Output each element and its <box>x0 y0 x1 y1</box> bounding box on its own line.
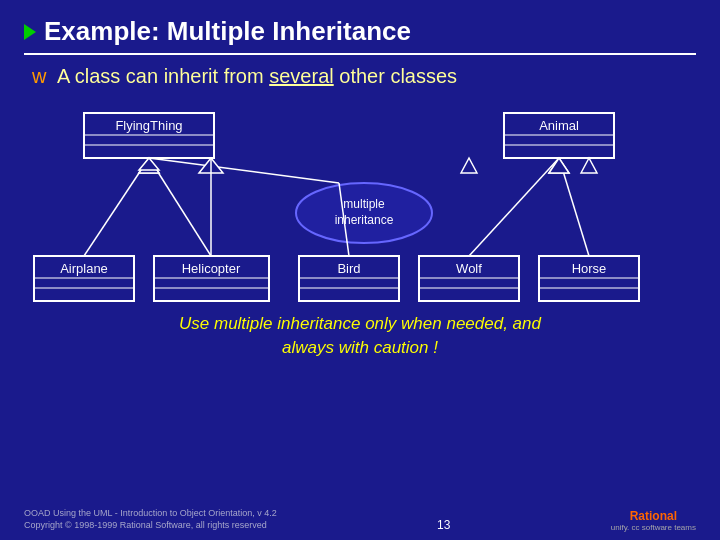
subtitle-text-after: other classes <box>334 65 457 87</box>
copyright-text: OOAD Using the UML - Introduction to Obj… <box>24 507 277 532</box>
bottom-bar: OOAD Using the UML - Introduction to Obj… <box>0 507 720 532</box>
svg-marker-45 <box>461 158 477 173</box>
svg-marker-36 <box>139 158 159 170</box>
subtitle-underlined: several <box>269 65 333 87</box>
subtitle: w A class can inherit from several other… <box>24 65 696 88</box>
svg-text:Wolf: Wolf <box>456 261 482 276</box>
bullet-icon: w <box>32 65 46 87</box>
svg-line-38 <box>469 158 559 256</box>
svg-marker-47 <box>581 158 597 173</box>
logo-brand: Rational <box>630 509 677 523</box>
subtitle-text-before: A class can inherit from <box>57 65 269 87</box>
svg-text:Helicopter: Helicopter <box>182 261 241 276</box>
copyright-line2: Copyright © 1998-1999 Rational Software,… <box>24 519 277 532</box>
footer-line1: Use multiple inheritance only when neede… <box>24 312 696 336</box>
title-arrow-icon <box>24 24 36 40</box>
page-number: 13 <box>437 518 450 532</box>
svg-text:Bird: Bird <box>337 261 360 276</box>
slide-title: Example: Multiple Inheritance <box>44 16 411 47</box>
copyright-line1: OOAD Using the UML - Introduction to Obj… <box>24 507 277 520</box>
inheritance-diagram: FlyingThing Animal multiple inheritance … <box>24 108 704 308</box>
svg-text:FlyingThing: FlyingThing <box>115 118 182 133</box>
svg-text:Horse: Horse <box>572 261 607 276</box>
svg-text:Airplane: Airplane <box>60 261 108 276</box>
slide: Example: Multiple Inheritance w A class … <box>0 0 720 540</box>
svg-text:multiple: multiple <box>343 197 385 211</box>
title-area: Example: Multiple Inheritance <box>24 16 696 55</box>
logo-tagline: unify. cc software teams <box>611 523 696 532</box>
footer-text: Use multiple inheritance only when neede… <box>24 312 696 360</box>
rational-logo: Rational unify. cc software teams <box>611 509 696 532</box>
svg-text:Animal: Animal <box>539 118 579 133</box>
footer-line2: always with caution ! <box>24 336 696 360</box>
svg-line-35 <box>149 158 339 183</box>
